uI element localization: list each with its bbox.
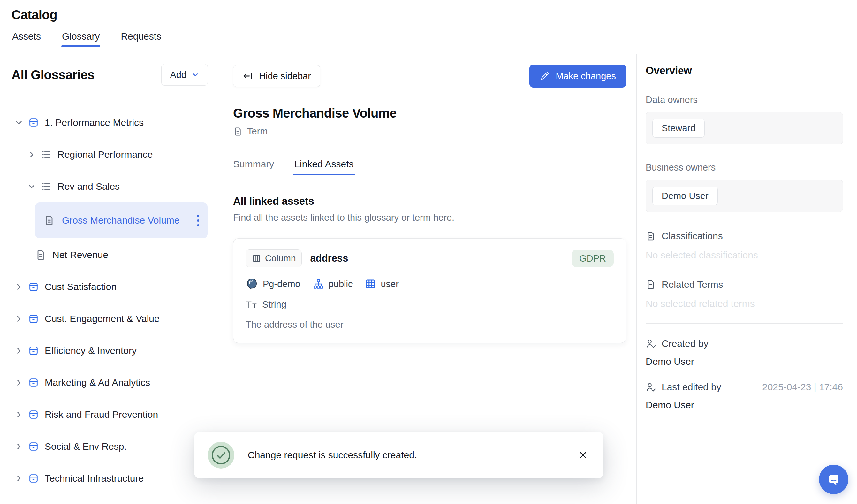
category-list-icon [41,181,52,192]
term-document-icon [44,215,55,226]
related-terms-empty-text: No selected related terms [645,298,843,309]
tree-item-efficiency-inventory[interactable]: Efficiency & Inventory [12,343,208,358]
glossary-sidebar: All Glossaries Add 1. Performanc [0,54,221,504]
classifications-row: Classifications [645,231,843,241]
pencil-icon [540,71,550,81]
last-edited-value: Demo User [645,400,843,410]
last-edited-timestamp: 2025-04-23 | 17:46 [762,382,843,392]
term-document-icon [233,127,243,136]
asset-description: The address of the user [246,319,614,330]
related-terms-label: Related Terms [661,279,723,290]
classifications-doc-icon [645,231,656,241]
success-check-icon [207,442,234,469]
page-title: Catalog [12,8,845,22]
service-name[interactable]: Pg-demo [263,279,301,289]
classifications-empty-text: No selected classifications [645,250,843,261]
glossary-icon [28,473,39,484]
glossary-icon [28,117,39,128]
overview-title: Overview [645,65,843,77]
data-type-label: String [262,299,286,310]
related-terms-row: Related Terms [645,279,843,290]
chevron-right-icon[interactable] [14,410,23,419]
top-tabs: Assets Glossary Requests [12,31,845,47]
chevron-right-icon[interactable] [14,442,23,451]
tab-requests[interactable]: Requests [121,31,161,47]
term-tabs: Summary Linked Assets [233,159,626,175]
data-owner-chip[interactable]: Steward [652,119,705,138]
chevron-down-icon [191,71,199,79]
tree-item-net-revenue[interactable]: Net Revenue [12,247,208,263]
app-header: Catalog Assets Glossary Requests [0,0,857,54]
arrow-left-to-line-icon [242,71,253,81]
divider [645,323,843,323]
tree-item-performance-metrics[interactable]: 1. Performance Metrics [12,115,208,130]
business-owners-box: Demo User [645,180,843,212]
tree-item-cust-satisfaction[interactable]: Cust Satisfaction [12,279,208,295]
linked-assets-description: Find all the assets linked to this gloss… [233,213,626,223]
tab-summary[interactable]: Summary [233,159,274,175]
business-owner-chip[interactable]: Demo User [652,186,718,205]
chevron-down-icon[interactable] [14,118,23,128]
chevron-right-icon[interactable] [14,314,23,323]
glossary-icon [28,377,39,388]
column-icon [252,254,261,263]
classifications-label: Classifications [661,231,723,241]
hide-sidebar-button[interactable]: Hide sidebar [233,65,320,87]
tab-linked-assets[interactable]: Linked Assets [295,159,353,175]
glossary-tree: 1. Performance Metrics Regional Performa… [12,115,208,486]
last-edited-label: Last edited by [661,382,721,392]
last-edited-row: Last edited by 2025-04-23 | 17:46 [645,382,843,392]
chat-bubble-icon [825,471,842,488]
glossary-icon [28,345,39,356]
toast-message: Change request is successfully created. [248,450,562,460]
asset-type-badge: Column [246,249,302,267]
glossary-icon [28,313,39,324]
tree-item-marketing-ad-analytics[interactable]: Marketing & Ad Analytics [12,375,208,390]
tree-item-cust-engagement-value[interactable]: Cust. Engagement & Value [12,311,208,326]
chevron-down-icon[interactable] [27,182,36,191]
chevron-right-icon[interactable] [27,150,36,159]
chevron-right-icon[interactable] [14,346,23,355]
term-type-label: Term [247,126,268,137]
tree-item-technical-infrastructure[interactable]: Technical Infrastructure [12,471,208,486]
business-owners-label: Business owners [645,162,843,173]
tree-item-regional-performance[interactable]: Regional Performance [12,147,208,162]
success-toast: Change request is successfully created. [194,432,604,478]
make-changes-button[interactable]: Make changes [530,65,626,87]
glossary-icon [28,281,39,292]
term-title: Gross Merchandise Volume [233,106,626,120]
table-name[interactable]: user [381,279,399,289]
tree-item-gross-merchandise-volume[interactable]: Gross Merchandise Volume [35,202,207,238]
created-by-value: Demo User [645,356,843,367]
chat-launcher-button[interactable] [819,465,848,494]
tab-assets[interactable]: Assets [12,31,41,47]
add-button[interactable]: Add [161,64,208,86]
close-icon[interactable] [576,448,590,462]
divider [233,149,626,149]
sidebar-title: All Glossaries [12,68,95,82]
created-by-row: Created by [645,338,843,349]
postgres-icon [246,278,258,290]
table-grid-icon [365,278,376,290]
chevron-right-icon[interactable] [14,378,23,387]
tree-item-social-env-resp[interactable]: Social & Env Resp. [12,439,208,454]
selected-term-label: Gross Merchandise Volume [62,213,183,228]
schema-name[interactable]: public [329,279,353,289]
user-check-icon [645,382,656,392]
tab-glossary[interactable]: Glossary [62,31,100,47]
term-document-icon [35,249,47,261]
tree-item-risk-fraud-prevention[interactable]: Risk and Fraud Prevention [12,407,208,422]
asset-name[interactable]: address [310,253,348,264]
kebab-menu-icon[interactable] [195,213,201,229]
overview-panel: Overview Data owners Steward Business ow… [637,54,857,504]
data-type-icon [246,300,258,309]
chevron-right-icon[interactable] [14,282,23,291]
linked-asset-card[interactable]: Column address GDPR Pg-demo [233,238,626,343]
schema-sitemap-icon [313,278,324,290]
tree-item-rev-and-sales[interactable]: Rev and Sales [12,179,208,194]
user-check-icon [645,338,656,349]
glossary-icon [28,441,39,452]
glossary-icon [28,409,39,420]
chevron-right-icon[interactable] [14,474,23,483]
catalog-page: Catalog Assets Glossary Requests All Glo… [0,0,857,504]
